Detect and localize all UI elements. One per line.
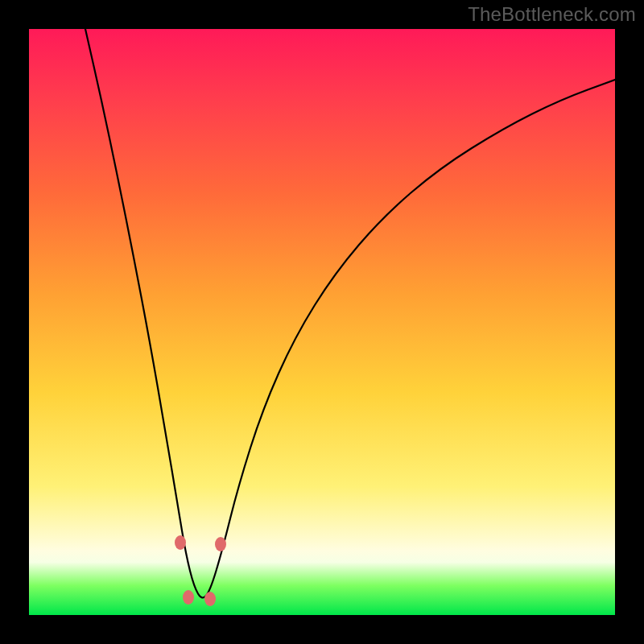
- marker-dot: [175, 535, 186, 550]
- curve-overlay: [29, 29, 615, 615]
- marker-dot: [204, 592, 216, 606]
- bottleneck-curve: [85, 29, 615, 597]
- marker-dot: [215, 537, 226, 551]
- figure-canvas: TheBottleneck.com: [0, 0, 644, 644]
- watermark-text: TheBottleneck.com: [468, 3, 636, 26]
- marker-dot: [183, 590, 194, 605]
- plot-area: [29, 29, 615, 615]
